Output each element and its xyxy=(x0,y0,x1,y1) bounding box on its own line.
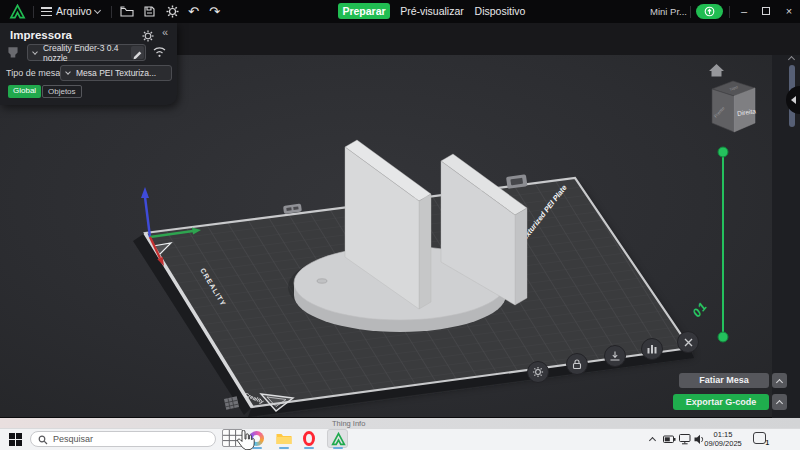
scroll-up-icon[interactable] xyxy=(788,56,795,63)
plate-settings-button[interactable] xyxy=(527,361,549,383)
tab-objetos[interactable]: Objetos xyxy=(42,85,82,98)
chevron-left-icon xyxy=(791,96,796,104)
battery-icon[interactable] xyxy=(663,435,676,444)
save-icon[interactable] xyxy=(144,6,155,17)
titlebar: Arquivo ↶ ↷ Preparar Pré-visualizar Disp… xyxy=(0,0,800,23)
gear-icon xyxy=(532,366,544,378)
maximize-button[interactable] xyxy=(758,0,774,23)
pencil-icon xyxy=(131,47,144,60)
plate-qr-decal xyxy=(224,396,239,409)
scene-3d[interactable]: CREALITY Creality Texturized PEI Plate C… xyxy=(0,55,800,418)
taskbar-search[interactable] xyxy=(30,431,216,447)
slice-options-button[interactable] xyxy=(772,373,787,388)
delete-plate-button[interactable] xyxy=(677,331,699,353)
edit-printer-button[interactable] xyxy=(131,46,144,59)
plate-slider[interactable] xyxy=(718,147,728,342)
minimize-button[interactable]: – xyxy=(736,0,752,23)
tab-pre-visualizar[interactable]: Pré-visualizar xyxy=(398,3,466,19)
background-window-title: Thing Info xyxy=(332,419,365,428)
menu-label: Arquivo xyxy=(56,0,92,23)
divider xyxy=(729,6,730,18)
columns-icon xyxy=(646,343,658,355)
open-file-icon[interactable] xyxy=(120,6,134,17)
bed-type-label: Tipo de mesa xyxy=(6,68,60,78)
notification-badge: 1 xyxy=(765,439,769,446)
running-indicator xyxy=(333,447,343,449)
printer-select[interactable]: Creality Ender-3 0.4 nozzle xyxy=(27,44,146,61)
running-indicator xyxy=(304,447,314,449)
viewport-3d[interactable]: CREALITY Creality Texturized PEI Plate C… xyxy=(0,55,800,418)
notification-icon[interactable]: 1 xyxy=(753,432,766,444)
close-button[interactable]: × xyxy=(781,0,797,23)
upload-arrow-icon xyxy=(704,6,715,17)
tab-preparar[interactable]: Preparar xyxy=(338,3,390,19)
printer-settings-gear-icon[interactable] xyxy=(142,30,154,42)
network-icon[interactable] xyxy=(679,434,691,445)
wifi-icon[interactable] xyxy=(152,45,167,58)
export-options-button[interactable] xyxy=(772,394,787,410)
plate-params-button[interactable] xyxy=(641,338,663,360)
dropdown-chevron-icon xyxy=(65,69,71,75)
divider xyxy=(690,6,691,18)
divider xyxy=(111,6,112,18)
lock-icon xyxy=(571,358,583,370)
undo-icon[interactable]: ↶ xyxy=(188,0,199,23)
printer-nozzle-icon xyxy=(5,45,21,61)
divider xyxy=(33,6,34,18)
slice-plate-button[interactable]: Fatiar Mesa xyxy=(679,373,769,388)
arrow-down-tray-icon xyxy=(609,350,621,362)
printer-select-value: Creality Ender-3 0.4 nozzle xyxy=(43,43,145,63)
chevron-down-icon[interactable] xyxy=(94,7,101,14)
close-icon xyxy=(683,337,694,348)
cloud-upload-button[interactable] xyxy=(696,4,723,19)
tab-global[interactable]: Global xyxy=(8,85,41,98)
printer-panel: Impressora « Creality Ender-3 0.4 nozzle… xyxy=(0,23,177,105)
search-input[interactable] xyxy=(53,432,211,446)
export-gcode-button[interactable]: Exportar G-code xyxy=(673,394,769,410)
plate-number: 01 xyxy=(690,299,711,320)
hamburger-icon xyxy=(41,7,52,16)
tray-clock[interactable]: 01:15 09/09/2025 xyxy=(702,430,744,448)
taskbar-app-opera[interactable] xyxy=(303,431,315,446)
tray-date: 09/09/2025 xyxy=(702,439,744,448)
bed-type-value: Mesa PEI Texturiza... xyxy=(76,68,156,78)
running-indicator xyxy=(279,447,289,449)
tray-time: 01:15 xyxy=(702,430,744,439)
slider-handle-top[interactable] xyxy=(718,147,728,157)
dropdown-chevron-icon xyxy=(32,49,38,55)
creality-logo-icon xyxy=(9,4,26,19)
taskbar-app-creality-active[interactable] xyxy=(327,429,348,448)
background-window-titlebar[interactable]: Thing Info xyxy=(0,418,800,428)
creality-print-icon xyxy=(331,432,346,446)
slider-handle-bottom[interactable] xyxy=(718,332,728,342)
search-icon xyxy=(38,435,48,445)
lock-plate-button[interactable] xyxy=(566,353,588,375)
panel-collapse-button[interactable]: « xyxy=(162,26,168,38)
cursor-hand xyxy=(236,430,256,450)
start-button[interactable] xyxy=(9,433,22,446)
right-panel-strip xyxy=(772,25,800,418)
chevron-up-icon xyxy=(776,378,783,385)
arrange-plate-button[interactable] xyxy=(604,345,626,367)
z-axis xyxy=(145,197,150,237)
settings-gear-icon[interactable] xyxy=(166,5,179,18)
chevron-up-icon xyxy=(776,400,783,407)
maximize-icon xyxy=(762,7,770,15)
taskbar-app-file-explorer[interactable] xyxy=(276,432,292,445)
bed-type-select[interactable]: Mesa PEI Texturiza... xyxy=(60,65,172,81)
panel-title: Impressora xyxy=(10,29,72,41)
disc-hole xyxy=(317,279,327,283)
device-name[interactable]: Mini Pr... xyxy=(650,0,687,23)
nav-cube[interactable]: Topo Frente Direita xyxy=(712,81,757,132)
home-view-button[interactable] xyxy=(709,64,724,77)
tab-dispositivo[interactable]: Dispositivo xyxy=(472,3,528,19)
redo-icon[interactable]: ↷ xyxy=(209,0,220,23)
